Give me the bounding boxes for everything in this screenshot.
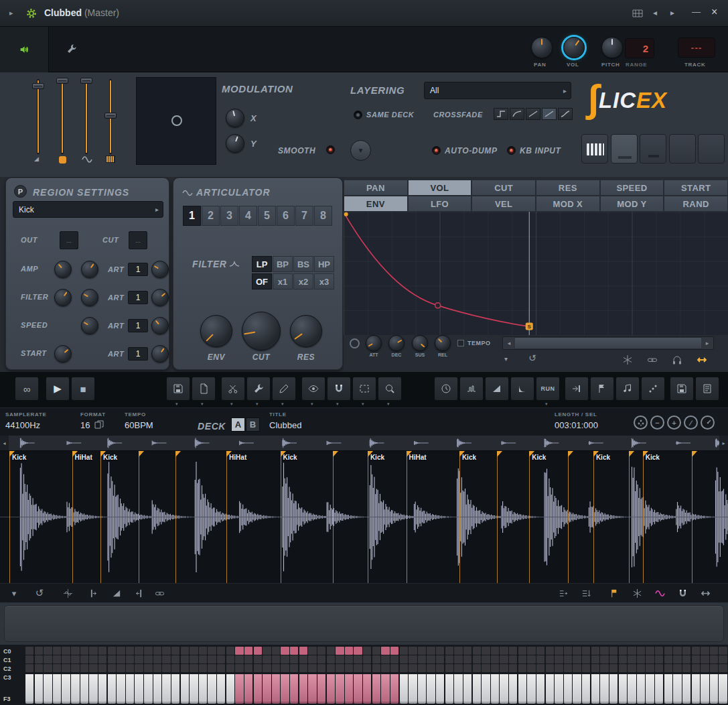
waveform-editor[interactable]: KickHiHatKickHiHatKickKickHiHatKickKickK… [0, 451, 728, 583]
kb-cell[interactable] [135, 664, 143, 672]
kb-cell[interactable] [25, 664, 33, 672]
kb-cell[interactable] [181, 664, 189, 672]
dropdown-arrow[interactable]: ▾ [281, 401, 284, 407]
kb-cell[interactable] [482, 664, 490, 672]
filter-type-bp[interactable]: BP [273, 256, 293, 272]
kb-cell[interactable] [491, 655, 499, 663]
kb-cell[interactable] [98, 647, 106, 655]
piano-key[interactable] [153, 674, 161, 704]
kb-cell[interactable] [491, 647, 499, 655]
tab-rand[interactable]: RAND [664, 196, 728, 212]
articulator-slot-1[interactable]: 1 [183, 206, 201, 226]
piano-key[interactable] [217, 674, 225, 704]
piano-icon[interactable] [106, 155, 115, 163]
piano-key[interactable] [89, 674, 97, 704]
piano-key[interactable] [244, 674, 252, 704]
kb-cell[interactable] [473, 647, 481, 655]
kb-cell[interactable] [171, 664, 179, 672]
view-button[interactable] [301, 377, 325, 401]
fader-handle[interactable] [80, 78, 92, 84]
kb-cell[interactable] [290, 655, 298, 663]
articulator-slot-5[interactable]: 5 [258, 206, 276, 226]
piano-key[interactable] [409, 674, 417, 704]
kb-cell[interactable] [244, 655, 252, 663]
track-display[interactable]: --- [678, 38, 715, 58]
piano-key[interactable] [692, 674, 700, 704]
kb-cell[interactable] [609, 647, 617, 655]
envelope-reset-icon[interactable]: ↺ [528, 352, 536, 363]
kb-cell[interactable] [190, 655, 198, 663]
kb-cell[interactable] [126, 664, 134, 672]
filter-type-hp[interactable]: HP [314, 256, 334, 272]
art-value-box[interactable]: 1 [128, 263, 148, 276]
kb-cell[interactable] [345, 664, 353, 672]
fader-track[interactable] [37, 79, 40, 154]
kb-cell[interactable] [263, 664, 271, 672]
fader-handle[interactable] [32, 83, 44, 89]
slice-marker[interactable]: Kick [281, 451, 281, 583]
stretch-mode-icon[interactable] [695, 352, 709, 367]
oversample-of[interactable]: OF [252, 273, 272, 290]
piano-key[interactable] [80, 674, 88, 704]
kb-cell[interactable] [573, 647, 581, 655]
slice-marker[interactable]: HiHat [72, 451, 73, 583]
kb-cell[interactable] [336, 664, 344, 672]
kb-cell[interactable] [108, 664, 116, 672]
kb-cell[interactable] [600, 647, 608, 655]
piano-key[interactable] [518, 674, 526, 704]
kb-cell[interactable] [682, 664, 690, 672]
kb-cell[interactable] [655, 647, 663, 655]
kb-cell[interactable] [454, 664, 462, 672]
piano-key[interactable] [664, 674, 672, 704]
piano-key[interactable] [62, 674, 70, 704]
fade-ramp-icon[interactable] [109, 586, 124, 600]
piano-key[interactable] [628, 674, 636, 704]
kb-cell[interactable] [445, 655, 453, 663]
kb-cell[interactable] [628, 655, 636, 663]
kb-cell[interactable] [53, 655, 61, 663]
kb-cell[interactable] [181, 647, 189, 655]
kb-cell[interactable] [500, 664, 508, 672]
save-button[interactable] [166, 377, 190, 401]
kb-cell[interactable] [25, 647, 33, 655]
freeze-icon[interactable] [630, 586, 644, 600]
articulator-slot-6[interactable]: 6 [277, 206, 295, 226]
kb-cell[interactable] [281, 647, 289, 655]
kb-cell[interactable] [600, 655, 608, 663]
piano-key[interactable] [436, 674, 444, 704]
kb-cell[interactable] [217, 655, 225, 663]
kb-cell[interactable] [254, 664, 262, 672]
kb-cell[interactable] [390, 655, 398, 663]
same-deck-led[interactable] [354, 111, 362, 119]
kb-cell[interactable] [701, 655, 709, 663]
kb-cell[interactable] [290, 647, 298, 655]
layer-select[interactable]: All▸ [424, 82, 571, 99]
kb-cell[interactable] [664, 647, 672, 655]
kb-cell[interactable] [564, 655, 572, 663]
piano-key[interactable] [600, 674, 608, 704]
prev-preset-button[interactable]: ◂ [653, 8, 657, 17]
out-box[interactable]: ... [60, 231, 78, 249]
window-menu-arrow[interactable]: ▸ [9, 9, 13, 17]
kb-cell[interactable] [181, 655, 189, 663]
save-sample-button[interactable] [670, 377, 694, 401]
dump-markers-button[interactable] [590, 377, 614, 401]
kb-cell[interactable] [409, 664, 417, 672]
kb-cell[interactable] [463, 655, 471, 663]
kb-cell[interactable] [199, 647, 207, 655]
kb-cell[interactable] [363, 664, 371, 672]
piano-key[interactable] [44, 674, 52, 704]
dropdown-arrow[interactable]: ▾ [387, 401, 390, 407]
kb-cell[interactable] [482, 655, 490, 663]
piano-key[interactable] [162, 674, 170, 704]
oversample-x2[interactable]: x2 [293, 273, 313, 290]
tab-lfo[interactable]: LFO [408, 196, 472, 212]
kb-cell[interactable] [327, 664, 335, 672]
kb-cell[interactable] [682, 647, 690, 655]
kb-cell[interactable] [80, 647, 88, 655]
kb-cell[interactable] [126, 655, 134, 663]
kb-cell[interactable] [199, 664, 207, 672]
piano-key[interactable] [126, 674, 134, 704]
piano-key[interactable] [290, 674, 298, 704]
kb-cell[interactable] [600, 664, 608, 672]
